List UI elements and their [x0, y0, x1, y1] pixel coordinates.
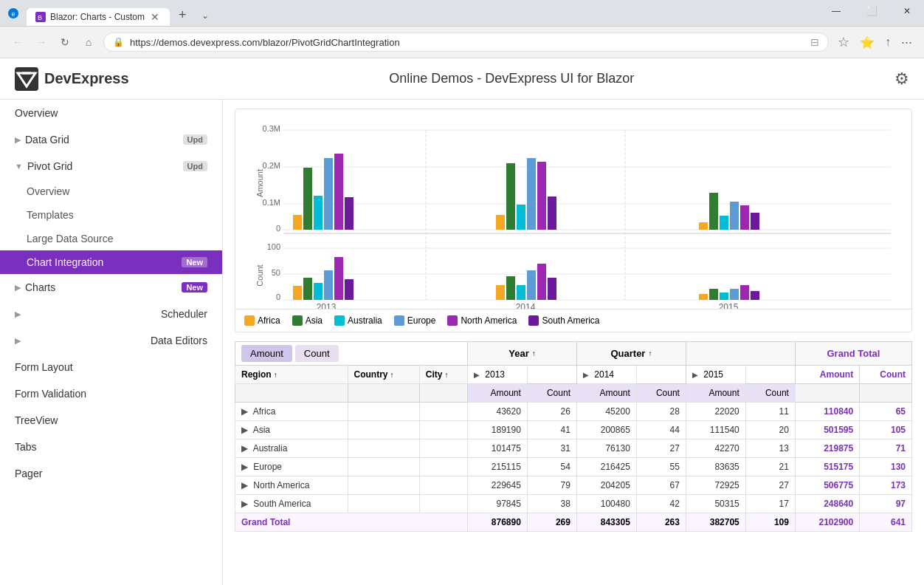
count-2013: 54 [527, 458, 576, 476]
badge-upd-pivot-grid: Upd [183, 161, 207, 171]
sidebar-item-overview[interactable]: Overview [0, 100, 222, 126]
year-2015-header[interactable]: ▶ 2015 [686, 366, 745, 384]
count-2015: 17 [745, 495, 795, 513]
amount-2015: 72925 [686, 476, 745, 495]
sidebar-item-pivot-grid[interactable]: ▼ Pivot Grid Upd [0, 153, 222, 179]
maximize-button[interactable]: ⬜ [855, 0, 889, 22]
back-button[interactable]: ← [9, 33, 27, 51]
count-2015: 20 [745, 421, 795, 439]
sidebar-item-data-grid[interactable]: ▶ Data Grid Upd [0, 126, 222, 153]
expand-icon-data-editors: ▶ [15, 336, 21, 346]
settings-icon[interactable]: ⚙ [894, 69, 909, 89]
sidebar-item-form-layout[interactable]: Form Layout [0, 354, 222, 380]
tab-close-icon[interactable]: ✕ [149, 11, 161, 23]
row-expand-btn[interactable]: ▶ [241, 406, 248, 417]
app-header: DevExpress Online Demos - DevExpress UI … [0, 58, 924, 100]
year-header[interactable]: Year ↑ [508, 348, 535, 359]
pivot-section: Amount Count Year ↑ [223, 341, 924, 544]
svg-rect-28 [345, 197, 354, 230]
collections-icon[interactable]: ⭐ [857, 32, 878, 52]
refresh-button[interactable]: ↻ [56, 33, 74, 51]
app-title: Online Demos - DevExpress UI for Blazor [129, 71, 894, 86]
sidebar-item-treeview[interactable]: TreeView [0, 407, 222, 434]
browser-tab[interactable]: B Blazor: Charts - Custom ✕ [27, 8, 170, 26]
gt-amount: 110840 [795, 403, 859, 421]
new-tab-button[interactable]: + [170, 4, 196, 26]
gt-count-header: Count [860, 366, 912, 384]
amount-2013: 215115 [467, 458, 527, 476]
address-bar[interactable]: 🔒 https://demos.devexpress.com/blazor/Pi… [103, 32, 829, 52]
svg-text:0: 0 [276, 292, 280, 301]
svg-text:0: 0 [276, 224, 280, 233]
badge-upd-data-grid: Upd [183, 134, 207, 145]
legend-item-europe: Europe [394, 315, 436, 326]
svg-text:2015: 2015 [719, 302, 739, 309]
sidebar: Overview ▶ Data Grid Upd ▼ Pivot Grid Up… [0, 100, 223, 585]
svg-rect-42 [303, 278, 312, 300]
row-expand-btn[interactable]: ▶ [241, 443, 248, 454]
region-cell: ▶ Europe [235, 458, 348, 476]
amount-2015: 50315 [686, 495, 745, 513]
sidebar-label-treeview: TreeView [15, 414, 58, 426]
year-2014-header[interactable]: ▶ 2014 [576, 366, 636, 384]
row-expand-btn[interactable]: ▶ [241, 425, 248, 435]
svg-rect-31 [517, 205, 525, 230]
count-2014: 44 [636, 421, 686, 439]
close-button[interactable]: ✕ [890, 0, 924, 22]
favorites-icon[interactable]: ☆ [835, 31, 852, 53]
tab-list-button[interactable]: ⌄ [196, 7, 215, 24]
content-area: 0.3M 0.2M 0.1M 0 Amount 100 50 0 Count [223, 100, 924, 585]
row-expand-btn[interactable]: ▶ [241, 480, 248, 490]
row-expand-btn[interactable]: ▶ [241, 499, 248, 509]
sidebar-item-charts[interactable]: ▶ Charts New [0, 274, 222, 301]
year-2014-expand-icon: ▶ [583, 371, 589, 379]
2013-count-sub: Count [527, 384, 576, 403]
svg-rect-37 [720, 216, 728, 230]
gt-amount: 506775 [795, 476, 859, 495]
sidebar-subitem-pg-large[interactable]: Large Data Source [0, 227, 222, 250]
region-cell: ▶ Australia [235, 439, 348, 458]
lock-icon: 🔒 [113, 37, 124, 47]
share-icon[interactable]: ↑ [882, 32, 894, 52]
svg-rect-26 [324, 158, 333, 230]
count-button[interactable]: Count [295, 345, 339, 362]
sidebar-item-tabs[interactable]: Tabs [0, 434, 222, 460]
svg-text:2014: 2014 [516, 302, 536, 309]
browser-toolbar: ← → ↻ ⌂ 🔒 https://demos.devexpress.com/b… [0, 27, 924, 58]
sidebar-item-form-validation[interactable]: Form Validation [0, 380, 222, 407]
legend-color-north-america [447, 315, 458, 326]
amount-2013: 97845 [467, 495, 527, 513]
forward-button[interactable]: → [32, 33, 50, 51]
sidebar-subitem-pg-templates[interactable]: Templates [0, 203, 222, 227]
table-row: ▶ North America 229645 79 204205 67 7292… [235, 476, 912, 495]
sidebar-item-scheduler[interactable]: ▶ Scheduler [0, 301, 222, 327]
minimize-button[interactable]: — [819, 0, 853, 22]
region-col-header[interactable]: Region ↑ [235, 366, 348, 384]
country-col-header[interactable]: Country ↑ [348, 366, 419, 384]
count-2013: 79 [527, 476, 576, 495]
svg-rect-34 [548, 196, 556, 230]
app-layout: DevExpress Online Demos - DevExpress UI … [0, 58, 924, 585]
menu-icon[interactable]: ··· [898, 32, 915, 53]
grand-total-header: Grand Total [795, 342, 911, 366]
gt-2014-count: 263 [636, 513, 686, 532]
browser-chrome: e B Blazor: Charts - Custom ✕ + ⌄ — ⬜ ✕ … [0, 0, 924, 58]
reader-mode-icon[interactable]: ⊟ [810, 36, 819, 48]
sidebar-subitem-pg-overview[interactable]: Overview [0, 179, 222, 203]
city-col-header[interactable]: City ↑ [419, 366, 467, 384]
svg-text:e: e [11, 10, 15, 18]
svg-text:0.3M: 0.3M [263, 124, 280, 133]
sidebar-subitem-pg-chart[interactable]: Chart Integration New [0, 250, 222, 274]
sidebar-item-pager[interactable]: Pager [0, 460, 222, 487]
amount-2015: 42270 [686, 439, 745, 458]
legend-item-australia: Australia [334, 315, 382, 326]
amount-button[interactable]: Amount [241, 345, 292, 362]
home-button[interactable]: ⌂ [80, 33, 97, 51]
row-expand-btn[interactable]: ▶ [241, 462, 248, 472]
grand-total-label: Grand Total [235, 513, 468, 532]
sidebar-item-data-editors[interactable]: ▶ Data Editors [0, 327, 222, 354]
year-2013-header[interactable]: ▶ 2013 [467, 366, 527, 384]
gt-count: 65 [860, 403, 912, 421]
app-logo: DevExpress [15, 67, 129, 91]
quarter-header[interactable]: Quarter ↑ [610, 348, 652, 359]
